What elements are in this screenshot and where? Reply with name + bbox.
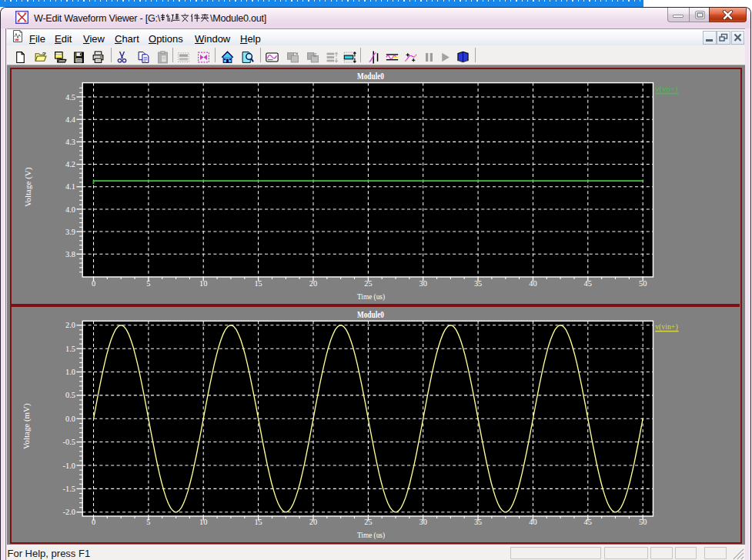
- svg-text:0.0: 0.0: [65, 414, 75, 422]
- svg-text:4.5: 4.5: [65, 93, 75, 102]
- svg-text:40: 40: [529, 518, 536, 526]
- svg-text:-1.5: -1.5: [62, 485, 75, 493]
- svg-text:20: 20: [309, 518, 317, 526]
- svg-text:35: 35: [474, 518, 482, 526]
- svg-text:-1.0: -1.0: [62, 461, 75, 469]
- svg-text:10: 10: [199, 279, 207, 288]
- svg-text:Module0: Module0: [357, 72, 384, 81]
- svg-text:Voltage (V): Voltage (V): [24, 167, 33, 207]
- svg-text:25: 25: [364, 279, 372, 288]
- svg-text:4.3: 4.3: [65, 138, 75, 146]
- svg-text:3.8: 3.8: [65, 250, 75, 258]
- svg-text:5: 5: [146, 518, 150, 526]
- svg-text:3.9: 3.9: [65, 228, 75, 236]
- svg-text:5: 5: [146, 279, 150, 288]
- svg-text:2.0: 2.0: [65, 321, 75, 329]
- svg-text:Time (us): Time (us): [357, 292, 385, 302]
- svg-text:40: 40: [529, 279, 536, 288]
- svg-text:30: 30: [419, 279, 426, 288]
- svg-text:Voltage (mV): Voltage (mV): [22, 403, 32, 449]
- svg-text:4.4: 4.4: [65, 115, 76, 124]
- svg-text:Module0: Module0: [357, 309, 384, 318]
- svg-text:50: 50: [639, 518, 647, 526]
- svg-text:45: 45: [583, 279, 591, 288]
- svg-text:30: 30: [419, 518, 426, 526]
- svg-text:10: 10: [199, 518, 207, 526]
- svg-text:15: 15: [254, 518, 262, 526]
- svg-text:20: 20: [309, 279, 317, 288]
- svg-text:4.2: 4.2: [65, 160, 75, 168]
- svg-text:Time (us): Time (us): [357, 530, 385, 539]
- svg-text:0: 0: [92, 518, 95, 526]
- svg-text:15: 15: [254, 279, 262, 288]
- svg-text:v(vin+): v(vin+): [655, 322, 677, 332]
- svg-text:0: 0: [92, 279, 95, 288]
- svg-text:4.1: 4.1: [65, 183, 75, 192]
- svg-text:1.5: 1.5: [65, 344, 75, 352]
- svg-text:25: 25: [364, 518, 372, 526]
- svg-text:50: 50: [639, 279, 647, 288]
- svg-text:35: 35: [474, 279, 482, 288]
- svg-text:0.5: 0.5: [65, 391, 75, 399]
- svg-text:v(vo+): v(vo+): [655, 85, 677, 94]
- svg-text:1.0: 1.0: [65, 368, 75, 376]
- svg-text:-0.5: -0.5: [62, 438, 75, 446]
- svg-text:45: 45: [583, 518, 591, 526]
- svg-text:4.0: 4.0: [65, 205, 75, 214]
- svg-text:-2.0: -2.0: [62, 508, 75, 516]
